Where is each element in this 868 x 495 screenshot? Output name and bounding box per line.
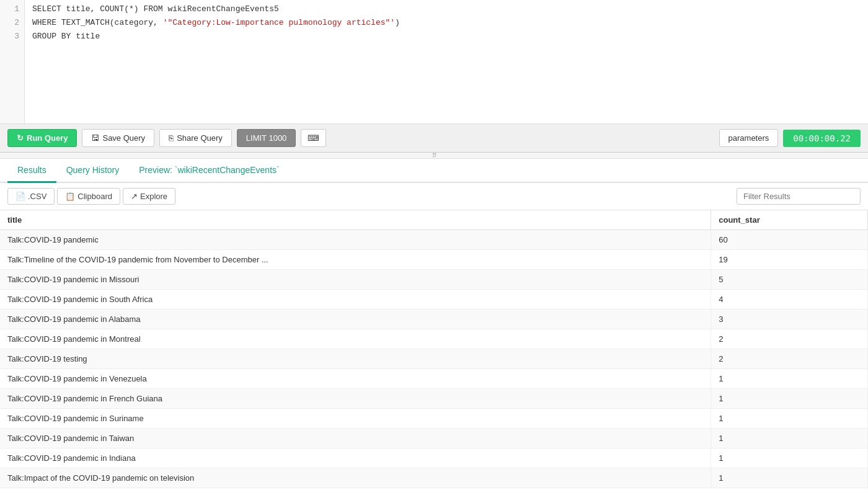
csv-button[interactable]: 📄 .CSV [7, 188, 55, 205]
cell-title: Talk:COVID-19 testing [0, 349, 711, 369]
cell-title: Talk:COVID-19 pandemic in Montreal [0, 329, 711, 349]
tab-preview-label: Preview: `wikiRecentChangeEvents` [139, 165, 279, 175]
save-query-button[interactable]: 🖫 Save Query [82, 129, 154, 147]
share-icon: ⎘ [169, 133, 174, 143]
cell-count-star: 1 [711, 429, 868, 448]
limit-label: LIMIT 1000 [246, 133, 287, 143]
limit-button[interactable]: LIMIT 1000 [237, 129, 296, 147]
drag-icon: ⠿ [432, 152, 436, 159]
cell-title: Talk:COVID-19 pandemic in Venezuela [0, 369, 711, 389]
table-header-row: title count_star [0, 210, 868, 230]
share-query-button[interactable]: ⎘ Share Query [159, 129, 232, 147]
action-bar: 📄 .CSV 📋 Clipboard ↗ Explore [0, 183, 868, 210]
table-row: Talk:COVID-19 pandemic in Indiana1 [0, 448, 868, 468]
csv-icon: 📄 [16, 192, 25, 201]
table-row: Talk:COVID-19 pandemic in Missouri5 [0, 270, 868, 290]
run-query-button[interactable]: ↻ Run Query [7, 129, 77, 147]
results-table-wrapper: title count_star Talk:COVID-19 pandemic6… [0, 210, 868, 488]
clipboard-button[interactable]: 📋 Clipboard [57, 188, 120, 205]
clipboard-icon: 📋 [65, 192, 75, 201]
cell-count-star: 4 [711, 290, 868, 310]
keyboard-icon: ⌨ [308, 133, 319, 143]
table-row: Talk:COVID-19 pandemic in Montreal2 [0, 329, 868, 349]
cell-title: Talk:Impact of the COVID-19 pandemic on … [0, 468, 711, 488]
code-line-1: SELECT title, COUNT(*) FROM wikiRecentCh… [32, 2, 861, 16]
code-line-3: GROUP BY title [32, 30, 861, 43]
table-row: Talk:COVID-19 pandemic in Taiwan1 [0, 429, 868, 448]
cell-count-star: 1 [711, 389, 868, 409]
share-query-label: Share Query [177, 133, 223, 143]
clipboard-label: Clipboard [78, 192, 112, 201]
parameters-label: parameters [728, 133, 769, 143]
table-row: Talk:COVID-19 pandemic in Alabama3 [0, 310, 868, 329]
cell-title: Talk:COVID-19 pandemic in French Guiana [0, 389, 711, 409]
table-row: Talk:COVID-19 pandemic in French Guiana1 [0, 389, 868, 409]
keyboard-button[interactable]: ⌨ [301, 129, 326, 147]
tab-results-label: Results [17, 165, 46, 175]
cell-count-star: 60 [711, 230, 868, 250]
explore-label: Explore [140, 192, 167, 201]
timer-display: 00:00:00.22 [783, 130, 861, 147]
table-row: Talk:Timeline of the COVID-19 pandemic f… [0, 250, 868, 270]
cell-title: Talk:COVID-19 pandemic [0, 230, 711, 250]
cell-count-star: 1 [711, 369, 868, 389]
parameters-button[interactable]: parameters [719, 129, 779, 147]
code-editor[interactable]: SELECT title, COUNT(*) FROM wikiRecentCh… [25, 0, 868, 123]
tab-query-history[interactable]: Query History [56, 159, 130, 183]
cell-title: Talk:Timeline of the COVID-19 pandemic f… [0, 250, 711, 270]
cell-count-star: 2 [711, 349, 868, 369]
table-body: Talk:COVID-19 pandemic60Talk:Timeline of… [0, 230, 868, 488]
table-row: Talk:Impact of the COVID-19 pandemic on … [0, 468, 868, 488]
cell-title: Talk:COVID-19 pandemic in Alabama [0, 310, 711, 329]
drag-handle[interactable]: ⠿ [0, 153, 868, 159]
cell-title: Talk:COVID-19 pandemic in Indiana [0, 448, 711, 468]
cell-title: Talk:COVID-19 pandemic in South Africa [0, 290, 711, 310]
cell-count-star: 3 [711, 310, 868, 329]
run-query-label: Run Query [27, 133, 68, 143]
refresh-icon: ↻ [17, 133, 24, 143]
results-table: title count_star Talk:COVID-19 pandemic6… [0, 210, 868, 488]
tabs-bar: Results Query History Preview: `wikiRece… [0, 159, 868, 183]
line-number-1: 1 [0, 2, 24, 16]
cell-count-star: 1 [711, 448, 868, 468]
table-row: Talk:COVID-19 pandemic in Venezuela1 [0, 369, 868, 389]
cell-count-star: 1 [711, 468, 868, 488]
csv-label: .CSV [28, 192, 46, 201]
cell-title: Talk:COVID-19 pandemic in Taiwan [0, 429, 711, 448]
tab-results[interactable]: Results [7, 159, 56, 183]
code-line-2: WHERE TEXT_MATCH(category, '"Category:Lo… [32, 16, 861, 30]
filter-results-input[interactable] [737, 188, 861, 205]
toolbar: ↻ Run Query 🖫 Save Query ⎘ Share Query L… [0, 124, 868, 153]
cell-count-star: 1 [711, 409, 868, 429]
explore-icon: ↗ [131, 192, 138, 201]
cell-count-star: 19 [711, 250, 868, 270]
column-header-title: title [0, 210, 711, 230]
tab-preview[interactable]: Preview: `wikiRecentChangeEvents` [129, 159, 289, 183]
line-number-2: 2 [0, 16, 24, 30]
explore-button[interactable]: ↗ Explore [123, 188, 175, 205]
editor-container: 1 2 3 SELECT title, COUNT(*) FROM wikiRe… [0, 0, 868, 124]
table-row: Talk:COVID-19 pandemic in Suriname1 [0, 409, 868, 429]
line-number-3: 3 [0, 30, 24, 43]
cell-count-star: 5 [711, 270, 868, 290]
cell-title: Talk:COVID-19 pandemic in Suriname [0, 409, 711, 429]
column-header-count-star: count_star [711, 210, 868, 230]
cell-count-star: 2 [711, 329, 868, 349]
save-icon: 🖫 [91, 133, 99, 143]
tab-query-history-label: Query History [66, 165, 120, 175]
line-numbers: 1 2 3 [0, 0, 25, 123]
table-row: Talk:COVID-19 pandemic in South Africa4 [0, 290, 868, 310]
table-row: Talk:COVID-19 pandemic60 [0, 230, 868, 250]
cell-title: Talk:COVID-19 pandemic in Missouri [0, 270, 711, 290]
table-row: Talk:COVID-19 testing2 [0, 349, 868, 369]
save-query-label: Save Query [102, 133, 145, 143]
